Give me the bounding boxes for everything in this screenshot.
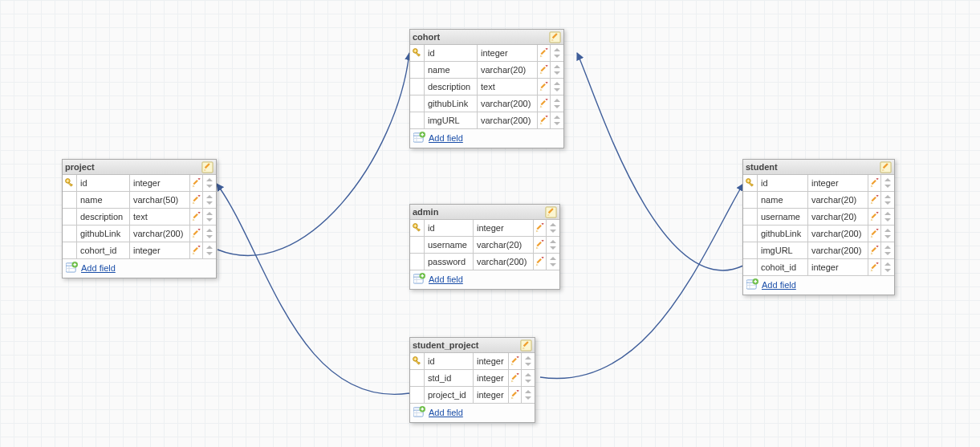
edit-field-icon[interactable] (534, 237, 547, 253)
reorder-field-icon[interactable] (203, 226, 216, 242)
field-row[interactable]: imgURLvarchar(200) (743, 242, 894, 258)
field-row[interactable]: passwordvarchar(200) (410, 253, 559, 270)
edit-field-icon[interactable] (538, 62, 551, 78)
field-row[interactable]: project_idinteger (410, 386, 535, 403)
add-field-icon[interactable] (413, 406, 425, 419)
add-field-icon[interactable] (746, 278, 758, 291)
add-field-icon[interactable] (413, 132, 425, 144)
edit-field-icon[interactable] (538, 112, 551, 128)
reorder-field-icon[interactable] (203, 242, 216, 258)
reorder-field-icon[interactable] (547, 220, 559, 236)
relationship-arrow (577, 53, 743, 270)
reorder-field-icon[interactable] (551, 62, 563, 78)
edit-field-icon[interactable] (538, 45, 551, 61)
edit-table-icon[interactable] (520, 339, 532, 352)
field-row[interactable]: githubLinkvarchar(200) (743, 225, 894, 242)
field-row[interactable]: cohort_idinteger (63, 242, 216, 258)
field-name: cohoit_id (758, 259, 808, 275)
table-header[interactable]: project (63, 160, 216, 175)
table-title: project (65, 162, 95, 172)
field-row[interactable]: namevarchar(50) (63, 191, 216, 208)
edit-field-icon[interactable] (538, 95, 551, 112)
field-row[interactable]: usernamevarchar(20) (743, 208, 894, 225)
svg-marker-70 (554, 122, 560, 125)
table-cohort[interactable]: cohort idinteger namevarchar(20) (409, 29, 564, 148)
table-student_project[interactable]: student_project idinteger std_idinteger (409, 337, 535, 423)
edit-field-icon[interactable] (868, 259, 881, 275)
reorder-field-icon[interactable] (551, 45, 563, 61)
edit-field-icon[interactable] (190, 226, 203, 242)
svg-rect-14 (197, 195, 200, 197)
svg-marker-15 (206, 195, 213, 198)
add-field-icon[interactable] (66, 262, 78, 274)
field-row[interactable]: githubLinkvarchar(200) (63, 225, 216, 242)
add-field-link[interactable]: Add field (429, 133, 463, 143)
field-row[interactable]: descriptiontext (410, 78, 563, 95)
field-row[interactable]: std_idinteger (410, 369, 535, 386)
reorder-field-icon[interactable] (881, 192, 894, 208)
field-row[interactable]: namevarchar(20) (410, 61, 563, 78)
edit-field-icon[interactable] (509, 353, 522, 369)
field-row[interactable]: idinteger (410, 220, 559, 236)
reorder-field-icon[interactable] (881, 242, 894, 258)
edit-field-icon[interactable] (509, 387, 522, 403)
table-header[interactable]: student (743, 160, 894, 175)
table-header[interactable]: cohort (410, 30, 563, 45)
reorder-field-icon[interactable] (203, 192, 216, 208)
reorder-field-icon[interactable] (551, 79, 563, 95)
edit-field-icon[interactable] (868, 226, 881, 242)
field-row[interactable]: usernamevarchar(20) (410, 236, 559, 253)
add-field-link[interactable]: Add field (762, 280, 796, 290)
field-row[interactable]: githubLinkvarchar(200) (410, 95, 563, 112)
table-header[interactable]: admin (410, 205, 559, 220)
edit-field-icon[interactable] (868, 192, 881, 208)
reorder-field-icon[interactable] (551, 112, 563, 128)
edit-table-icon[interactable] (880, 161, 892, 173)
reorder-field-icon[interactable] (881, 175, 894, 191)
edit-field-icon[interactable] (190, 192, 203, 208)
table-header[interactable]: student_project (410, 338, 535, 353)
field-row[interactable]: idinteger (410, 353, 535, 369)
add-field-icon[interactable] (413, 273, 425, 286)
field-row[interactable]: descriptiontext (63, 208, 216, 225)
edit-field-icon[interactable] (534, 220, 547, 236)
edit-field-icon[interactable] (534, 254, 547, 270)
edit-table-icon[interactable] (549, 31, 561, 43)
reorder-field-icon[interactable] (551, 95, 563, 112)
table-student[interactable]: student idinteger namevarchar(20) (742, 159, 895, 295)
add-field-link[interactable]: Add field (429, 274, 463, 284)
field-row[interactable]: idinteger (63, 175, 216, 191)
reorder-field-icon[interactable] (522, 353, 535, 369)
reorder-field-icon[interactable] (203, 175, 216, 191)
svg-rect-124 (511, 392, 516, 396)
edit-field-icon[interactable] (868, 242, 881, 258)
reorder-field-icon[interactable] (881, 209, 894, 225)
edit-field-icon[interactable] (190, 175, 203, 191)
table-admin[interactable]: admin idinteger usernamevarchar(20) (409, 204, 560, 290)
add-field-link[interactable]: Add field (429, 408, 463, 417)
edit-field-icon[interactable] (190, 242, 203, 258)
edit-field-icon[interactable] (868, 209, 881, 225)
field-row[interactable]: namevarchar(20) (743, 191, 894, 208)
edit-field-icon[interactable] (538, 79, 551, 95)
reorder-field-icon[interactable] (547, 254, 559, 270)
reorder-field-icon[interactable] (547, 237, 559, 253)
edit-table-icon[interactable] (545, 206, 557, 218)
reorder-field-icon[interactable] (881, 226, 894, 242)
edit-field-icon[interactable] (509, 370, 522, 386)
reorder-field-icon[interactable] (881, 259, 894, 275)
add-field-link[interactable]: Add field (81, 263, 116, 273)
field-row[interactable]: cohoit_idinteger (743, 258, 894, 275)
edit-table-icon[interactable] (201, 161, 213, 173)
field-name: id (425, 220, 474, 236)
field-row[interactable]: idinteger (743, 175, 894, 191)
reorder-field-icon[interactable] (522, 370, 535, 386)
field-name: imgURL (758, 242, 808, 258)
table-project[interactable]: project idinteger namevarchar(50) (62, 159, 217, 278)
edit-field-icon[interactable] (190, 209, 203, 225)
field-row[interactable]: imgURLvarchar(200) (410, 112, 563, 128)
field-row[interactable]: idinteger (410, 45, 563, 61)
reorder-field-icon[interactable] (522, 387, 535, 403)
edit-field-icon[interactable] (868, 175, 881, 191)
reorder-field-icon[interactable] (203, 209, 216, 225)
